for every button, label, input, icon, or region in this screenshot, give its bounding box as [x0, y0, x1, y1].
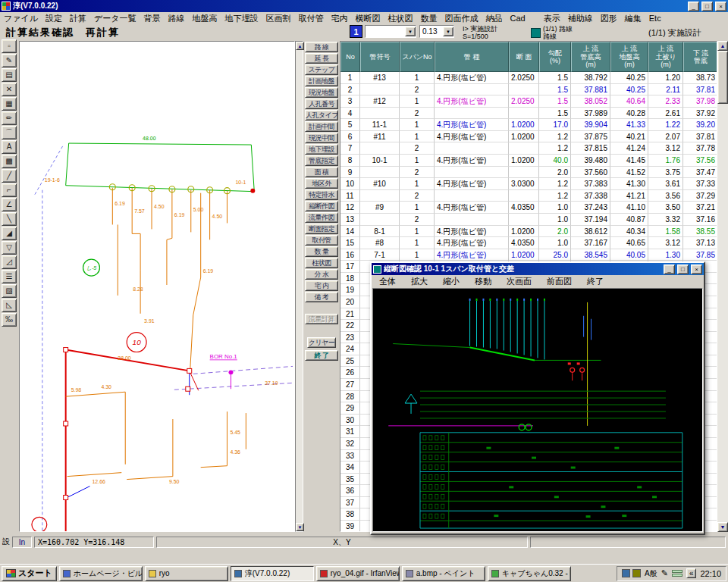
- maximize-button[interactable]: □: [701, 2, 713, 11]
- line-tool-button[interactable]: ╱: [2, 169, 17, 183]
- table-row[interactable]: 1#1314.円形(塩ビ管)2.02501.538.79240.251.2038…: [340, 72, 717, 84]
- layers-tool-button[interactable]: ☰: [2, 270, 17, 283]
- table-row[interactable]: 12#914.円形(塩ビ管)4.03501.037.24341.103.5037…: [340, 202, 717, 214]
- table-row[interactable]: 6#1114.円形(塩ビ管)1.02001.237.87540.212.0737…: [340, 131, 717, 143]
- side-button-profile-draw[interactable]: 縦断作図: [305, 201, 338, 211]
- menu-item[interactable]: ファイル: [0, 13, 42, 24]
- tray-collapse-button[interactable]: «: [686, 568, 697, 578]
- scrollbar-thumb[interactable]: [717, 51, 728, 104]
- side-button-outside[interactable]: 地区外: [305, 178, 338, 189]
- side-button-exit[interactable]: 終 了: [305, 350, 338, 361]
- curve-tool-button[interactable]: ⌒: [2, 126, 17, 139]
- menu-item[interactable]: 補助線: [564, 13, 597, 24]
- delete-tool-button[interactable]: ✕: [2, 83, 17, 96]
- side-button-flow-draw[interactable]: 流量作図: [305, 212, 338, 223]
- style-combo[interactable]: ▼: [365, 25, 416, 38]
- profile-title-bar[interactable]: 縦断図確認 10-1 1スパン取付管と交差 _ □ ×: [372, 263, 704, 275]
- menu-item[interactable]: 柱状図: [384, 13, 417, 24]
- table-row[interactable]: 1121.237.33841.213.5637.29: [340, 190, 717, 202]
- grid-tool-button[interactable]: ▦: [2, 97, 17, 111]
- start-button[interactable]: スタート: [2, 566, 57, 581]
- chevron-down-icon[interactable]: ▼: [443, 27, 453, 36]
- scroll-up-icon[interactable]: ▲: [296, 42, 304, 50]
- side-button-boring[interactable]: 柱状図: [305, 258, 338, 268]
- menu-item[interactable]: Cad: [507, 14, 529, 23]
- table-row[interactable]: 1321.037.19440.873.3237.16: [340, 214, 717, 226]
- ime-indicator[interactable]: A般: [645, 568, 657, 579]
- ime-pen-icon[interactable]: ✎: [661, 568, 668, 578]
- menu-item[interactable]: 横断図: [352, 13, 384, 24]
- menu-item[interactable]: 地盤高: [189, 13, 221, 24]
- taskbar-button[interactable]: キャブちゃん0.32 - Untitl...: [488, 566, 571, 581]
- corner-tool-button[interactable]: ⌐: [2, 183, 17, 197]
- menu-item[interactable]: 計算: [66, 13, 90, 24]
- taskbar-button[interactable]: 淳(V7.0.0.22): [231, 566, 314, 581]
- table-row[interactable]: 922.037.56041.523.7537.47: [340, 167, 717, 179]
- menu-item[interactable]: Etc: [645, 14, 665, 23]
- width-combo[interactable]: 0.13 ▼: [419, 25, 454, 38]
- side-button-divide[interactable]: 分 水: [305, 269, 338, 280]
- table-row[interactable]: 421.537.98940.282.6137.92: [340, 108, 717, 120]
- taskbar-button[interactable]: ryo: [145, 566, 228, 581]
- table-row[interactable]: 511-114.円形(塩ビ管)1.020017.039.90441.331.22…: [340, 119, 717, 131]
- fill-tool-button[interactable]: ▩: [2, 155, 17, 168]
- side-button-note[interactable]: 備 考: [305, 292, 338, 302]
- triangle-tool-button[interactable]: ◢: [2, 227, 17, 240]
- profile-menu-item[interactable]: 次画面: [499, 276, 539, 287]
- side-button-manhole-type[interactable]: 人孔タイプ: [305, 110, 338, 120]
- side-button-route[interactable]: 路 線: [305, 42, 338, 52]
- pencil-tool-button[interactable]: ✎: [2, 54, 17, 67]
- edit-tool-button[interactable]: ▤: [2, 68, 17, 82]
- table-row[interactable]: 15#814.円形(塩ビ管)4.03501.037.16740.653.1237…: [340, 237, 717, 249]
- sound-tray-icon[interactable]: [632, 569, 641, 577]
- side-button-area[interactable]: 面 積: [305, 167, 338, 177]
- menu-item[interactable]: 区画割: [262, 13, 295, 24]
- hatch-tool-button[interactable]: ▨: [2, 284, 17, 298]
- down-tool-button[interactable]: ▽: [2, 241, 17, 255]
- profile-menu-item[interactable]: 全体: [372, 276, 403, 287]
- taskbar-button[interactable]: ホームページ・ビルダー: [59, 566, 143, 581]
- layer-indicator[interactable]: 1: [350, 25, 362, 38]
- side-button-plan-ground[interactable]: 計画地盤: [305, 76, 338, 86]
- side-button-underground[interactable]: 地下埋設: [305, 144, 338, 155]
- side-button-house[interactable]: 宅 内: [305, 280, 338, 291]
- table-row[interactable]: 721.237.81541.243.1237.78: [340, 142, 717, 155]
- menu-item[interactable]: 背景: [140, 13, 165, 24]
- side-button-invert[interactable]: 管底指定: [305, 155, 338, 166]
- table-row[interactable]: 3#1214.円形(塩ビ管)2.02501.538.05240.642.3337…: [340, 95, 717, 108]
- canvas-scrollbar[interactable]: ▲ ▼: [295, 41, 303, 532]
- auto-tool-button[interactable]: A: [2, 140, 17, 154]
- display-tray-icon[interactable]: [622, 569, 630, 577]
- scroll-up-icon[interactable]: ▲: [717, 41, 728, 51]
- profile-maximize-button[interactable]: □: [677, 264, 689, 274]
- menu-item[interactable]: 図形: [597, 13, 621, 24]
- plan-view-canvas[interactable]: し-51019-1-610-148.006.197.574.506.195.00…: [19, 41, 295, 532]
- menu-item[interactable]: 数量: [417, 13, 441, 24]
- wedge-tool-button[interactable]: ◿: [2, 255, 17, 269]
- menu-item[interactable]: データ一覧: [90, 13, 140, 24]
- table-row[interactable]: 10#1014.円形(塩ビ管)3.03001.237.38341.303.613…: [340, 178, 717, 190]
- table-row[interactable]: 148-114.円形(塩ビ管)1.02002.038.61240.341.583…: [340, 226, 717, 238]
- menu-item[interactable]: 図面作成: [441, 13, 482, 24]
- side-button-lateral[interactable]: 取付管: [305, 235, 338, 246]
- slope-tool-button[interactable]: ╲: [2, 212, 17, 226]
- draw-tool-button[interactable]: ✏: [2, 111, 17, 125]
- side-button-step[interactable]: ステップ: [305, 64, 338, 75]
- minimize-button[interactable]: _: [688, 2, 699, 11]
- taskbar-button[interactable]: a.bmp - ペイント: [402, 566, 485, 581]
- table-row[interactable]: 221.537.88140.252.1137.81: [340, 84, 717, 96]
- menu-item[interactable]: 設定: [42, 13, 66, 24]
- side-button-clear[interactable]: クリヤー: [307, 337, 336, 348]
- table-scrollbar[interactable]: ▲ ▼: [717, 41, 728, 532]
- select-tool-button[interactable]: ▫: [2, 39, 17, 53]
- menu-item[interactable]: 納品: [482, 13, 507, 24]
- menu-item[interactable]: 路線: [165, 13, 189, 24]
- chevron-down-icon[interactable]: ▼: [405, 27, 416, 36]
- menu-item[interactable]: 編集: [621, 13, 645, 24]
- scroll-down-icon[interactable]: ▼: [296, 523, 304, 531]
- profile-menu-item[interactable]: 前面図: [539, 276, 579, 287]
- measure-tool-button[interactable]: ◺: [2, 299, 17, 312]
- profile-close-button[interactable]: ×: [691, 264, 702, 274]
- side-button-section[interactable]: 断面指定: [305, 224, 338, 234]
- side-button-manhole-no[interactable]: 人孔番号: [305, 99, 338, 109]
